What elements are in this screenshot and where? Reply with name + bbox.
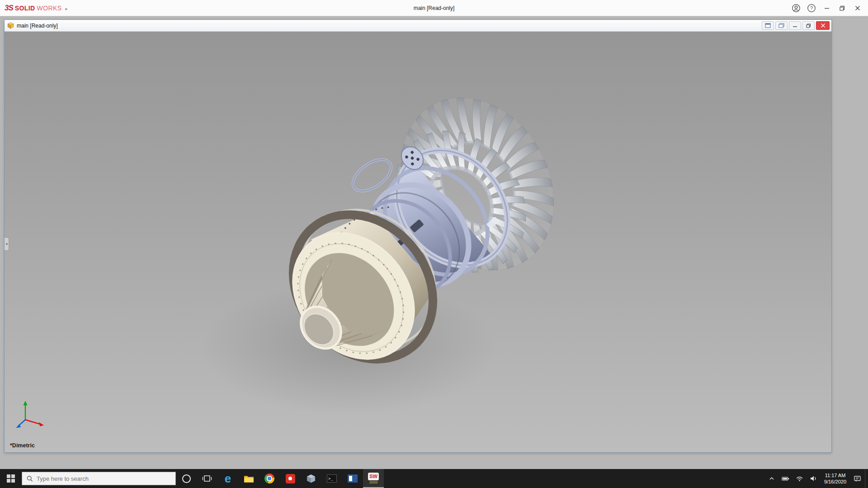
chrome-icon: [264, 474, 274, 483]
minimize-icon: [824, 5, 830, 11]
document-title-bar[interactable]: main [Read-only]: [5, 20, 831, 32]
graphics-viewport[interactable]: *Dimetric: [5, 32, 831, 452]
app-close-button[interactable]: [851, 2, 864, 14]
restore-icon: [806, 23, 811, 28]
doc-restore-button[interactable]: [802, 21, 815, 30]
window-cascade-icon: [778, 23, 784, 28]
display-pane-flyout-tab[interactable]: [5, 237, 9, 251]
start-button[interactable]: [0, 469, 22, 488]
solidworks-icon: SW: [368, 473, 379, 480]
app-title-bar: 3S SOLIDWORKS ▸ main [Read-only] ?: [0, 0, 868, 16]
action-center-button[interactable]: [851, 469, 864, 488]
app-restore-button[interactable]: [835, 2, 849, 14]
tray-battery-button[interactable]: [779, 469, 792, 488]
cube-app-icon: [306, 474, 316, 483]
close-icon: [821, 23, 826, 28]
doc-window-extra-button-2[interactable]: [775, 21, 788, 30]
red-app-icon: [286, 474, 295, 483]
workspace-background: main [Read-only]: [0, 16, 868, 469]
solidworks-year-badge: 2020: [369, 481, 377, 484]
taskbar-app-cube[interactable]: [301, 469, 321, 488]
tray-time: 11:17 AM: [824, 472, 846, 479]
taskbar-app-chrome[interactable]: [259, 469, 280, 488]
task-view-icon: [202, 474, 212, 483]
user-account-icon: [792, 4, 801, 13]
cortana-icon: [182, 474, 191, 483]
taskbar-app-terminal[interactable]: >_: [321, 469, 342, 488]
tray-overflow-button[interactable]: [765, 469, 778, 488]
brand-works-text: WORKS: [37, 5, 62, 12]
tray-date: 9/16/2020: [824, 479, 846, 485]
speaker-icon: [810, 475, 817, 482]
taskbar-clock[interactable]: 11:17 AM 9/16/2020: [821, 472, 850, 485]
svg-text:?: ?: [810, 5, 813, 11]
help-button[interactable]: ?: [805, 2, 818, 14]
taskbar-app-file-explorer[interactable]: [238, 469, 259, 488]
edge-icon: e: [225, 473, 231, 484]
tray-volume-button[interactable]: [807, 469, 820, 488]
search-icon: [27, 475, 33, 482]
battery-icon: [782, 475, 789, 482]
solidworks-logo: 3S SOLIDWORKS ▸: [0, 4, 71, 13]
doc-close-button[interactable]: [816, 21, 830, 30]
search-input[interactable]: [37, 475, 171, 482]
screen: 3S SOLIDWORKS ▸ main [Read-only] ?: [0, 0, 868, 488]
wifi-icon: [796, 475, 803, 482]
chevron-up-icon: [768, 475, 775, 482]
close-icon: [855, 5, 860, 11]
minimize-icon: [793, 23, 797, 28]
taskbar-app-cortana[interactable]: [176, 469, 197, 488]
taskbar-app-solidworks[interactable]: SW 2020: [363, 469, 384, 488]
help-icon: ?: [807, 4, 816, 13]
assembly-cube-icon: [7, 22, 14, 29]
taskbar-search[interactable]: [22, 472, 176, 485]
system-tray: 11:17 AM 9/16/2020: [765, 469, 868, 488]
orientation-triad: [14, 398, 47, 432]
windows-taskbar: e >_ SW: [0, 469, 868, 488]
restore-icon: [840, 5, 845, 11]
document-title: main [Read-only]: [17, 23, 58, 29]
dassault-3ds-logo-icon: 3S: [5, 4, 13, 13]
brand-expander-icon[interactable]: ▸: [65, 6, 68, 12]
jet-engine-model[interactable]: [5, 32, 831, 452]
doc-minimize-button[interactable]: [789, 21, 801, 30]
file-explorer-icon: [244, 474, 254, 483]
windows-logo-icon: [7, 474, 15, 483]
taskbar-app-blue[interactable]: [342, 469, 363, 488]
brand-solid-text: SOLID: [15, 5, 35, 12]
window-tile-icon: [765, 23, 771, 28]
tray-network-button[interactable]: [793, 469, 806, 488]
app-minimize-button[interactable]: [820, 2, 834, 14]
blue-window-app-icon: [348, 474, 358, 483]
document-window: main [Read-only]: [5, 20, 831, 452]
command-prompt-icon: >_: [327, 474, 337, 483]
action-center-icon: [854, 475, 861, 482]
taskbar-app-red[interactable]: [280, 469, 301, 488]
doc-window-extra-button-1[interactable]: [762, 21, 774, 30]
app-window-title: main [Read-only]: [0, 5, 868, 11]
view-orientation-label: *Dimetric: [10, 442, 35, 449]
show-desktop-button[interactable]: [865, 469, 867, 488]
account-button[interactable]: [789, 2, 803, 14]
taskbar-app-edge[interactable]: e: [217, 469, 238, 488]
taskbar-app-task-view[interactable]: [197, 469, 217, 488]
